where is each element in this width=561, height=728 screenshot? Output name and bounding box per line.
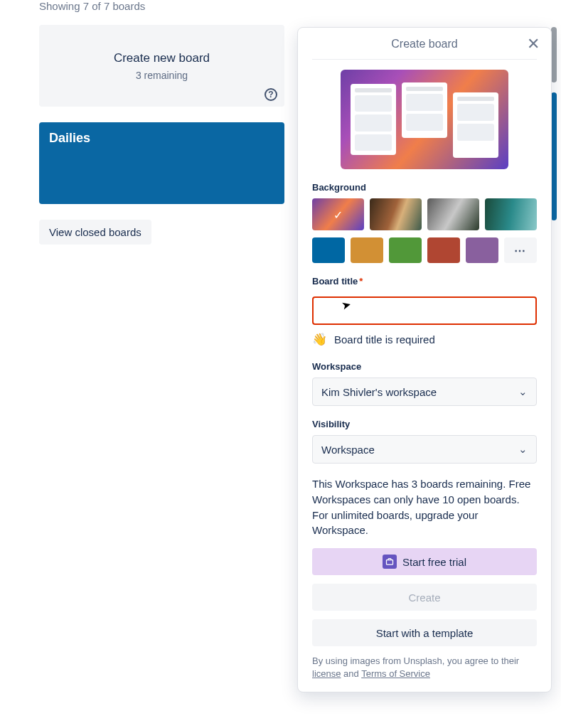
- visibility-value: Workspace: [321, 444, 375, 456]
- create-tile-remaining: 3 remaining: [136, 70, 188, 81]
- background-image-option[interactable]: [370, 198, 422, 230]
- briefcase-icon: [383, 555, 397, 569]
- chevron-down-icon: ⌄: [518, 443, 528, 456]
- boards-count-text: Showing 7 of 7 boards: [39, 0, 561, 12]
- wave-icon: 👋: [312, 332, 327, 347]
- background-color-purple[interactable]: [466, 237, 498, 263]
- tos-link[interactable]: Terms of Service: [361, 668, 430, 679]
- view-closed-boards-button[interactable]: View closed boards: [39, 220, 151, 245]
- background-color-red[interactable]: [427, 237, 460, 263]
- license-link[interactable]: license: [312, 668, 341, 679]
- background-color-green[interactable]: [389, 237, 422, 263]
- required-star-icon: *: [359, 276, 363, 287]
- scroll-rail-accent: [551, 92, 557, 220]
- create-board-popover: Create board ✕ Background ✓ ⋯ Board titl…: [297, 27, 552, 692]
- chevron-down-icon: ⌄: [518, 385, 528, 398]
- check-icon: ✓: [333, 208, 343, 221]
- svg-rect-0: [386, 560, 392, 565]
- create-tile-title: Create new board: [114, 51, 210, 65]
- background-image-option[interactable]: [485, 198, 537, 230]
- close-icon[interactable]: ✕: [527, 36, 540, 52]
- workspace-label: Workspace: [312, 361, 537, 372]
- create-button[interactable]: Create: [312, 584, 537, 611]
- background-color-grid: ⋯: [312, 237, 537, 263]
- background-image-grid: ✓: [312, 198, 537, 230]
- start-with-template-button[interactable]: Start with a template: [312, 619, 537, 646]
- background-label: Background: [312, 182, 537, 193]
- background-color-blue[interactable]: [312, 237, 345, 263]
- board-preview-image: [341, 70, 508, 169]
- visibility-select[interactable]: Workspace ⌄: [312, 435, 537, 464]
- scroll-rail: [551, 27, 557, 82]
- board-tile-dailies[interactable]: Dailies: [39, 122, 284, 204]
- background-image-option[interactable]: [427, 198, 479, 230]
- unsplash-footnote: By using images from Unsplash, you agree…: [312, 655, 537, 680]
- workspace-select[interactable]: Kim Shivler's workspace ⌄: [312, 378, 537, 406]
- background-more-button[interactable]: ⋯: [504, 237, 537, 263]
- help-icon[interactable]: ?: [265, 88, 277, 101]
- board-title-hint: Board title is required: [334, 333, 435, 346]
- board-tile-title: Dailies: [49, 131, 274, 146]
- board-title-label: Board title*: [312, 276, 537, 287]
- background-image-option[interactable]: ✓: [312, 198, 364, 230]
- visibility-label: Visibility: [312, 419, 537, 429]
- create-new-board-tile[interactable]: Create new board 3 remaining ?: [39, 25, 284, 107]
- start-free-trial-button[interactable]: Start free trial: [312, 548, 537, 575]
- popover-title: Create board: [391, 38, 457, 50]
- boards-remaining-info: This Workspace has 3 boards remaining. F…: [312, 476, 537, 538]
- workspace-value: Kim Shivler's workspace: [321, 386, 437, 398]
- background-color-orange[interactable]: [351, 237, 383, 263]
